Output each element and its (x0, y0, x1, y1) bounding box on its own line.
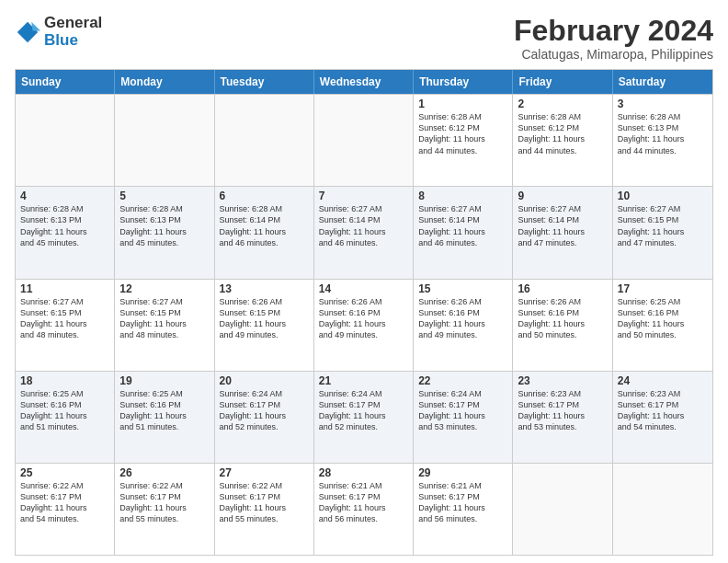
day-info: Sunrise: 6:21 AM Sunset: 6:17 PM Dayligh… (418, 480, 507, 525)
day-info: Sunrise: 6:26 AM Sunset: 6:16 PM Dayligh… (418, 296, 507, 341)
svg-marker-0 (17, 21, 38, 41)
day-cell-3: 3Sunrise: 6:28 AM Sunset: 6:13 PM Daylig… (613, 95, 712, 186)
day-cell-16: 16Sunrise: 6:26 AM Sunset: 6:16 PM Dayli… (513, 280, 612, 371)
day-cell-22: 22Sunrise: 6:24 AM Sunset: 6:17 PM Dayli… (414, 372, 513, 463)
day-cell-26: 26Sunrise: 6:22 AM Sunset: 6:17 PM Dayli… (115, 464, 214, 555)
logo-line2: Blue (44, 32, 102, 50)
day-info: Sunrise: 6:23 AM Sunset: 6:17 PM Dayligh… (618, 388, 708, 433)
logo-line1: General (44, 15, 102, 32)
calendar-body: 1Sunrise: 6:28 AM Sunset: 6:12 PM Daylig… (16, 94, 712, 555)
day-number: 7 (319, 190, 408, 202)
day-info: Sunrise: 6:28 AM Sunset: 6:13 PM Dayligh… (618, 111, 708, 156)
day-cell-8: 8Sunrise: 6:27 AM Sunset: 6:14 PM Daylig… (414, 187, 513, 278)
calendar: SundayMondayTuesdayWednesdayThursdayFrid… (15, 69, 713, 556)
empty-cell (215, 95, 314, 186)
day-info: Sunrise: 6:28 AM Sunset: 6:12 PM Dayligh… (418, 111, 507, 156)
day-cell-5: 5Sunrise: 6:28 AM Sunset: 6:13 PM Daylig… (115, 187, 214, 278)
day-cell-10: 10Sunrise: 6:27 AM Sunset: 6:15 PM Dayli… (613, 187, 712, 278)
header: General Blue February 2024 Calatugas, Mi… (15, 15, 713, 62)
day-cell-2: 2Sunrise: 6:28 AM Sunset: 6:12 PM Daylig… (513, 95, 612, 186)
day-number: 15 (418, 282, 507, 295)
day-info: Sunrise: 6:28 AM Sunset: 6:13 PM Dayligh… (20, 203, 109, 248)
calendar-row-2: 4Sunrise: 6:28 AM Sunset: 6:13 PM Daylig… (16, 186, 712, 278)
day-number: 9 (518, 190, 607, 202)
day-number: 4 (20, 190, 109, 202)
day-info: Sunrise: 6:27 AM Sunset: 6:14 PM Dayligh… (319, 203, 408, 248)
day-cell-9: 9Sunrise: 6:27 AM Sunset: 6:14 PM Daylig… (513, 187, 612, 278)
day-number: 19 (119, 374, 209, 387)
day-number: 25 (20, 466, 109, 479)
day-cell-21: 21Sunrise: 6:24 AM Sunset: 6:17 PM Dayli… (314, 372, 414, 463)
empty-cell (314, 95, 414, 186)
header-cell-wednesday: Wednesday (314, 70, 414, 94)
day-info: Sunrise: 6:23 AM Sunset: 6:17 PM Dayligh… (518, 388, 607, 433)
day-info: Sunrise: 6:25 AM Sunset: 6:16 PM Dayligh… (618, 296, 708, 341)
day-number: 13 (220, 282, 309, 295)
day-cell-11: 11Sunrise: 6:27 AM Sunset: 6:15 PM Dayli… (16, 280, 115, 371)
day-info: Sunrise: 6:28 AM Sunset: 6:14 PM Dayligh… (220, 203, 309, 248)
logo-icon (15, 19, 40, 45)
day-info: Sunrise: 6:21 AM Sunset: 6:17 PM Dayligh… (319, 480, 408, 525)
day-cell-27: 27Sunrise: 6:22 AM Sunset: 6:17 PM Dayli… (215, 464, 314, 555)
day-info: Sunrise: 6:24 AM Sunset: 6:17 PM Dayligh… (418, 388, 507, 433)
day-number: 6 (220, 190, 309, 202)
header-cell-saturday: Saturday (613, 70, 712, 94)
day-info: Sunrise: 6:24 AM Sunset: 6:17 PM Dayligh… (319, 388, 408, 433)
day-number: 18 (20, 374, 109, 387)
day-cell-12: 12Sunrise: 6:27 AM Sunset: 6:15 PM Dayli… (115, 280, 214, 371)
header-cell-monday: Monday (115, 70, 214, 94)
empty-cell (613, 464, 712, 555)
day-number: 28 (319, 466, 408, 479)
day-cell-29: 29Sunrise: 6:21 AM Sunset: 6:17 PM Dayli… (414, 464, 513, 555)
day-number: 27 (220, 466, 309, 479)
calendar-row-5: 25Sunrise: 6:22 AM Sunset: 6:17 PM Dayli… (16, 463, 712, 555)
day-info: Sunrise: 6:25 AM Sunset: 6:16 PM Dayligh… (119, 388, 209, 433)
day-info: Sunrise: 6:22 AM Sunset: 6:17 PM Dayligh… (20, 480, 109, 525)
calendar-row-4: 18Sunrise: 6:25 AM Sunset: 6:16 PM Dayli… (16, 371, 712, 463)
day-number: 3 (618, 98, 708, 110)
day-cell-25: 25Sunrise: 6:22 AM Sunset: 6:17 PM Dayli… (16, 464, 115, 555)
day-number: 22 (418, 374, 507, 387)
day-number: 12 (119, 282, 209, 295)
day-info: Sunrise: 6:27 AM Sunset: 6:15 PM Dayligh… (119, 296, 209, 341)
subtitle: Calatugas, Mimaropa, Philippines (514, 47, 713, 62)
day-number: 23 (518, 374, 607, 387)
header-cell-thursday: Thursday (414, 70, 513, 94)
main-title: February 2024 (514, 15, 713, 47)
logo: General Blue (15, 15, 102, 49)
day-cell-14: 14Sunrise: 6:26 AM Sunset: 6:16 PM Dayli… (314, 280, 414, 371)
day-number: 1 (418, 98, 507, 110)
day-info: Sunrise: 6:27 AM Sunset: 6:15 PM Dayligh… (618, 203, 708, 248)
day-info: Sunrise: 6:27 AM Sunset: 6:14 PM Dayligh… (418, 203, 507, 248)
day-cell-17: 17Sunrise: 6:25 AM Sunset: 6:16 PM Dayli… (613, 280, 712, 371)
day-info: Sunrise: 6:28 AM Sunset: 6:13 PM Dayligh… (119, 203, 209, 248)
empty-cell (513, 464, 612, 555)
empty-cell (16, 95, 115, 186)
svg-marker-1 (31, 21, 40, 30)
day-cell-15: 15Sunrise: 6:26 AM Sunset: 6:16 PM Dayli… (414, 280, 513, 371)
day-number: 14 (319, 282, 408, 295)
day-number: 26 (119, 466, 209, 479)
day-cell-4: 4Sunrise: 6:28 AM Sunset: 6:13 PM Daylig… (16, 187, 115, 278)
day-number: 21 (319, 374, 408, 387)
calendar-row-1: 1Sunrise: 6:28 AM Sunset: 6:12 PM Daylig… (16, 94, 712, 186)
day-number: 16 (518, 282, 607, 295)
day-number: 11 (20, 282, 109, 295)
header-cell-sunday: Sunday (16, 70, 115, 94)
day-info: Sunrise: 6:24 AM Sunset: 6:17 PM Dayligh… (220, 388, 309, 433)
title-block: February 2024 Calatugas, Mimaropa, Phili… (514, 15, 713, 62)
day-cell-24: 24Sunrise: 6:23 AM Sunset: 6:17 PM Dayli… (613, 372, 712, 463)
day-number: 8 (418, 190, 507, 202)
day-cell-6: 6Sunrise: 6:28 AM Sunset: 6:14 PM Daylig… (215, 187, 314, 278)
day-cell-23: 23Sunrise: 6:23 AM Sunset: 6:17 PM Dayli… (513, 372, 612, 463)
day-cell-13: 13Sunrise: 6:26 AM Sunset: 6:15 PM Dayli… (215, 280, 314, 371)
day-cell-7: 7Sunrise: 6:27 AM Sunset: 6:14 PM Daylig… (314, 187, 414, 278)
day-cell-20: 20Sunrise: 6:24 AM Sunset: 6:17 PM Dayli… (215, 372, 314, 463)
day-number: 2 (518, 98, 607, 110)
day-cell-18: 18Sunrise: 6:25 AM Sunset: 6:16 PM Dayli… (16, 372, 115, 463)
page: General Blue February 2024 Calatugas, Mi… (0, 0, 728, 563)
calendar-row-3: 11Sunrise: 6:27 AM Sunset: 6:15 PM Dayli… (16, 279, 712, 371)
day-number: 5 (119, 190, 209, 202)
day-info: Sunrise: 6:27 AM Sunset: 6:15 PM Dayligh… (20, 296, 109, 341)
day-info: Sunrise: 6:25 AM Sunset: 6:16 PM Dayligh… (20, 388, 109, 433)
